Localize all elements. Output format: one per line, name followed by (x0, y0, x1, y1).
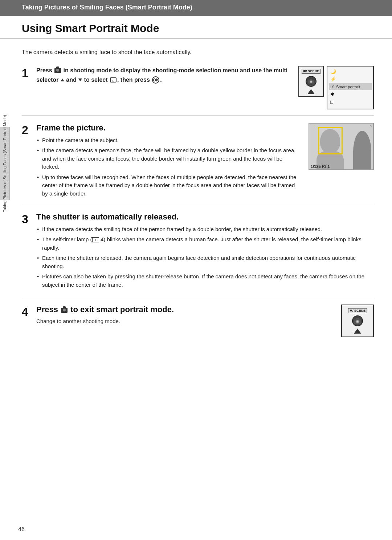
step-1-number: 1 (22, 67, 36, 79)
flash-icon: ⚡ (330, 76, 336, 82)
step-4-text: Press to exit smart portrait mode. Chang… (36, 305, 332, 324)
step-4-title: Press to exit smart portrait mode. (36, 305, 332, 315)
step-1-menu-illustration: ✱/ SCENE (298, 66, 374, 109)
triangle-down-icon (78, 78, 82, 81)
step-2-content: 2 Frame the picture. Point the camera at… (22, 123, 300, 200)
step-2-row: 2 Frame the picture. Point the camera at… (22, 123, 374, 200)
camera-icon-step1 (54, 68, 61, 73)
face-frame-illustration: ⌝ 1/125 F3.1 (309, 123, 374, 170)
step-2-illustration: ⌝ 1/125 F3.1 (309, 123, 374, 170)
square-icon: □ (330, 99, 333, 105)
step-4-illustration: ✱/ SCENE (341, 305, 374, 337)
face-select-icon (110, 77, 117, 82)
step-4-row: 4 Press to exit smart portrait mode. Cha… (22, 305, 374, 337)
step-4-menu-label: ✱/ SCENE (348, 308, 367, 313)
page-title-section: Using Smart Portrait Mode (0, 16, 392, 39)
step-2-number: 2 (22, 124, 36, 136)
camera-corner-icon: ⌝ (370, 125, 372, 130)
silhouette-right (353, 131, 371, 170)
step-2-bullets: Point the camera at the subject. If the … (36, 136, 300, 198)
mode-row-scene: ✱ (329, 91, 372, 98)
svg-rect-5 (356, 318, 359, 319)
menu-panel-left: ✱/ SCENE (298, 66, 324, 97)
menu-label-text: ✱/ SCENE (302, 69, 320, 74)
ok-button-icon: OK (152, 76, 159, 84)
smart-portrait-label: Smart portrait (336, 85, 360, 89)
main-content: The camera detects a smiling face to sho… (0, 39, 392, 363)
svg-point-7 (357, 321, 359, 322)
step-2-bullet-2: If the camera detects a person's face, t… (36, 146, 300, 171)
step-1-instruction: Press in shooting mode to display the sh… (36, 66, 290, 84)
mode-panel-right: 🌙 ⚡ ☑ Smart portrait (327, 66, 374, 109)
step-3-number: 3 (22, 213, 36, 225)
step-4-menu: ✱/ SCENE (341, 305, 374, 337)
top-header-title: Taking Pictures of Smiling Faces (Smart … (22, 4, 192, 11)
intro-text: The camera detects a smiling face to sho… (22, 49, 374, 56)
mode-row-night: 🌙 (329, 68, 372, 75)
page-number: 46 (18, 526, 25, 533)
face-frame-box (318, 127, 343, 154)
step-2-bullet-3: Up to three faces will be recognized. Wh… (36, 173, 300, 198)
step-1-row: 1 Press in shooting mode to display the … (22, 66, 374, 109)
svg-point-3 (310, 81, 312, 82)
step-3-title: The shutter is automatically released. (36, 212, 374, 222)
step-3-text: The shutter is automatically released. I… (36, 212, 374, 291)
step-2-title: Frame the picture. (36, 123, 300, 133)
mode-icons-list: 🌙 ⚡ ☑ Smart portrait (327, 67, 373, 107)
arrow-up-icon (307, 89, 315, 94)
step-4-arrow-up (354, 329, 361, 334)
step-4-content: 4 Press to exit smart portrait mode. Cha… (22, 305, 332, 324)
step-3-content: 3 The shutter is automatically released.… (22, 212, 374, 291)
step-4-camera-icon (352, 315, 363, 326)
mode-row-portrait: ☑ Smart portrait (329, 83, 372, 90)
step-3-bullets: If the camera detects the smiling face o… (36, 225, 374, 289)
camera-stats-text: 1/125 F3.1 (311, 164, 330, 169)
step-1: 1 Press in shooting mode to display the … (22, 64, 374, 116)
step-3-bullet-3: Each time the shutter is released, the c… (36, 254, 374, 270)
step-1-text: Press in shooting mode to display the sh… (36, 66, 290, 84)
step-1-illustration: ✱/ SCENE (298, 66, 374, 109)
camera-mode-icon (306, 76, 317, 87)
step-3-bullet-1: If the camera detects the smiling face o… (36, 225, 374, 234)
step-1-content: 1 Press in shooting mode to display the … (22, 66, 290, 84)
svg-rect-1 (310, 79, 312, 80)
top-header: Taking Pictures of Smiling Faces (Smart … (0, 0, 392, 16)
mode-row-flash: ⚡ (329, 76, 372, 82)
step-4-number: 4 (22, 306, 36, 318)
scene-icon: ✱ (330, 92, 334, 97)
step-2: 2 Frame the picture. Point the camera at… (22, 121, 374, 206)
sidebar-tab-text: Taking Pictures of Smiling Faces (Smart … (3, 115, 7, 212)
step-2-bullet-1: Point the camera at the subject. (36, 136, 300, 145)
step-2-text: Frame the picture. Point the camera at t… (36, 123, 300, 200)
step-3-bullet-2: The self-timer lamp (□□ 4) blinks when t… (36, 235, 374, 252)
camera-icon-step4 (61, 308, 68, 313)
step-3-bullet-4: Pictures can also be taken by pressing t… (36, 273, 374, 289)
triangle-up-icon (61, 78, 64, 81)
sidebar-tab: Taking Pictures of Smiling Faces (Smart … (0, 127, 10, 200)
portrait-icon: ☑ (330, 84, 335, 89)
night-icon: 🌙 (330, 69, 336, 74)
step-4: 4 Press to exit smart portrait mode. Cha… (22, 303, 374, 343)
step-3: 3 The shutter is automatically released.… (22, 212, 374, 297)
step-4-subtitle: Change to another shooting mode. (36, 318, 332, 324)
page-title: Using Smart Portrait Mode (22, 22, 374, 35)
mode-row-square: □ (329, 98, 372, 105)
